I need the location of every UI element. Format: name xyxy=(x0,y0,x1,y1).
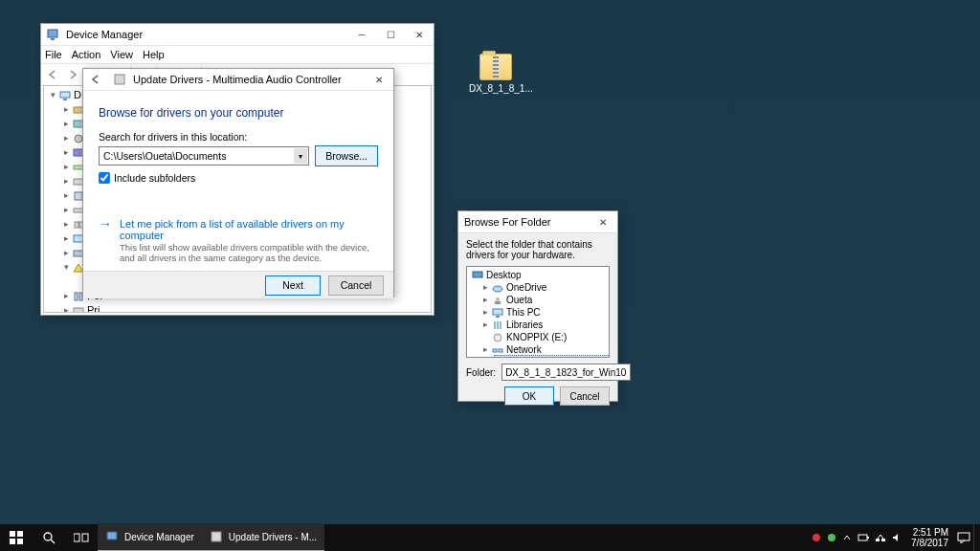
svg-rect-59 xyxy=(74,534,79,541)
svg-rect-14 xyxy=(63,99,67,100)
update-drivers-dialog: Update Drivers - Multimedia Audio Contro… xyxy=(82,68,394,298)
svg-rect-65 xyxy=(858,535,867,540)
svg-rect-46 xyxy=(500,321,501,329)
action-center-button[interactable] xyxy=(954,524,973,551)
tray-icon[interactable] xyxy=(812,533,821,542)
menu-view[interactable]: View xyxy=(110,49,133,60)
path-value: C:\Users\Oueta\Documents xyxy=(103,150,226,162)
titlebar[interactable]: Device Manager ─ ☐ ✕ xyxy=(41,24,434,46)
svg-rect-61 xyxy=(107,532,117,540)
dialog-heading: Browse for drivers on your computer xyxy=(99,106,378,120)
svg-rect-55 xyxy=(10,539,15,544)
svg-rect-49 xyxy=(493,349,497,352)
svg-rect-45 xyxy=(497,321,499,329)
start-button[interactable] xyxy=(0,524,33,551)
back-button[interactable] xyxy=(83,73,108,86)
maximize-button[interactable]: ☐ xyxy=(376,24,405,45)
menu-action[interactable]: Action xyxy=(72,49,101,60)
svg-rect-54 xyxy=(17,531,23,537)
svg-rect-23 xyxy=(75,222,78,228)
dialog-title: Update Drivers - Multimedia Audio Contro… xyxy=(131,74,365,85)
clock[interactable]: 2:51 PM 7/8/2017 xyxy=(905,527,954,548)
network-icon[interactable] xyxy=(875,533,886,542)
svg-rect-50 xyxy=(499,349,502,352)
next-button[interactable]: Next xyxy=(265,276,321,296)
driver-icon xyxy=(112,72,127,87)
svg-rect-62 xyxy=(212,532,221,541)
path-combo[interactable]: C:\Users\Oueta\Documents ▾ xyxy=(99,146,309,165)
svg-rect-42 xyxy=(493,309,502,315)
svg-point-40 xyxy=(496,298,500,301)
tray-icon[interactable] xyxy=(827,533,836,542)
search-button[interactable] xyxy=(33,524,65,551)
arrow-right-icon: → xyxy=(99,218,112,263)
cancel-button[interactable]: Cancel xyxy=(328,276,384,296)
window-title: Device Manager xyxy=(64,29,347,40)
task-view-button[interactable] xyxy=(65,524,98,551)
svg-rect-71 xyxy=(958,533,969,540)
browse-button[interactable]: Browse... xyxy=(315,145,378,166)
svg-point-48 xyxy=(497,337,499,339)
cancel-button[interactable]: Cancel xyxy=(560,386,610,406)
folder-input[interactable] xyxy=(501,364,631,381)
svg-rect-37 xyxy=(115,75,124,84)
taskbar: Device Manager Update Drivers - M... 2:5… xyxy=(0,524,980,551)
menu-bar: File Action View Help xyxy=(41,46,434,63)
zipped-folder-icon xyxy=(479,54,512,80)
include-subfolders-checkbox[interactable] xyxy=(99,172,110,184)
taskbar-app-update[interactable]: Update Drivers - M... xyxy=(202,523,324,551)
folder-label: Folder: xyxy=(466,367,496,378)
svg-line-69 xyxy=(878,535,880,539)
forward-button[interactable] xyxy=(64,66,81,83)
desktop-folder[interactable]: DX_8_1_8_1... xyxy=(469,54,523,94)
svg-rect-53 xyxy=(10,531,15,537)
close-button[interactable]: ✕ xyxy=(589,211,617,232)
this-pc-icon xyxy=(491,306,504,320)
svg-rect-38 xyxy=(473,272,482,277)
pick-from-list-link[interactable]: → Let me pick from a list of available d… xyxy=(99,218,378,263)
chevron-down-icon[interactable]: ▾ xyxy=(294,148,307,164)
libraries-icon xyxy=(491,319,504,332)
include-subfolders-label: Include subfolders xyxy=(114,172,195,184)
svg-rect-29 xyxy=(74,308,83,314)
tray-up-icon[interactable] xyxy=(842,533,852,542)
system-tray[interactable] xyxy=(812,533,905,542)
menu-help[interactable]: Help xyxy=(143,49,165,60)
svg-rect-13 xyxy=(60,92,70,98)
browse-for-folder-dialog: Browse For Folder ✕ Select the folder th… xyxy=(457,210,618,402)
dialog-message: Select the folder that contains drivers … xyxy=(458,233,617,266)
taskbar-app-devmgr[interactable]: Device Manager xyxy=(98,523,202,551)
svg-rect-43 xyxy=(496,316,500,318)
volume-icon[interactable] xyxy=(892,533,902,542)
desktop-icon xyxy=(471,269,484,282)
svg-rect-60 xyxy=(82,534,88,541)
svg-point-64 xyxy=(828,534,835,541)
disc-icon xyxy=(491,331,504,344)
user-icon xyxy=(491,294,504,307)
svg-point-57 xyxy=(44,533,52,540)
computer-icon xyxy=(58,89,72,102)
desktop-folder-label: DX_8_1_8_1... xyxy=(469,83,523,94)
ok-button[interactable]: OK xyxy=(504,386,554,406)
svg-rect-21 xyxy=(75,192,82,200)
cloud-icon xyxy=(491,281,504,295)
svg-rect-41 xyxy=(495,301,501,304)
show-desktop-button[interactable] xyxy=(973,524,980,551)
svg-rect-0 xyxy=(48,30,57,37)
svg-point-17 xyxy=(75,135,82,143)
back-button[interactable] xyxy=(45,66,62,83)
svg-rect-68 xyxy=(881,539,885,541)
svg-rect-27 xyxy=(75,293,78,300)
svg-line-70 xyxy=(880,535,883,539)
dialog-title: Browse For Folder xyxy=(458,216,589,228)
svg-point-63 xyxy=(813,534,820,541)
svg-rect-56 xyxy=(17,539,23,544)
close-button[interactable]: ✕ xyxy=(365,69,393,90)
svg-point-39 xyxy=(493,286,502,292)
power-icon[interactable] xyxy=(858,533,869,542)
minimize-button[interactable]: ─ xyxy=(347,24,376,45)
close-button[interactable]: ✕ xyxy=(405,24,434,45)
svg-rect-66 xyxy=(867,537,869,539)
menu-file[interactable]: File xyxy=(45,49,62,60)
folder-tree[interactable]: Desktop ▸OneDrive ▸Oueta ▸This PC ▸Libra… xyxy=(467,267,609,358)
